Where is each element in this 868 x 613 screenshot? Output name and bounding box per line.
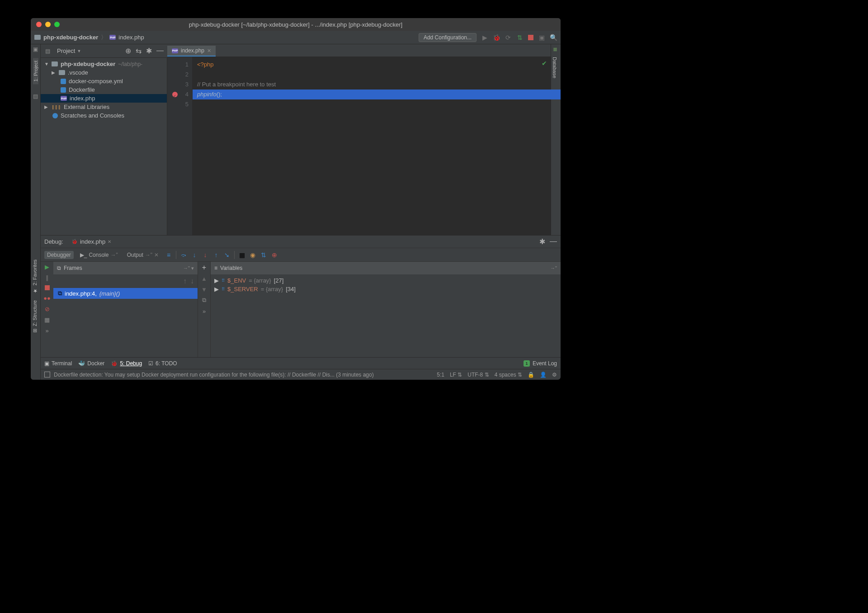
run-to-cursor-icon[interactable]: ➘ (223, 251, 231, 259)
tree-file-dockerfile[interactable]: Dockerfile (41, 85, 167, 94)
console-tab[interactable]: ▶_Console→" (77, 251, 121, 259)
profile-icon[interactable]: ⇅ (516, 34, 524, 41)
database-tool-tab[interactable]: Database (551, 54, 558, 81)
favorites-tab[interactable]: 2: Favorites (32, 259, 38, 285)
stop-icon[interactable] (45, 285, 50, 290)
force-step-into-icon[interactable]: ↓ (202, 251, 209, 259)
memory-icon[interactable]: ⚙ (552, 372, 557, 378)
inspection-ok-icon[interactable]: ✔ (542, 60, 547, 67)
debug-tab[interactable]: 🐞5: Debug (111, 360, 142, 367)
trace-icon[interactable]: ◉ (249, 251, 256, 259)
project-view-selector[interactable]: Project ▼ (54, 47, 84, 55)
debug-controls: ▶ ∥ ●● ⊘ ▦ » (41, 262, 53, 357)
mute-breakpoints-icon[interactable]: ⊘ (44, 306, 50, 312)
coverage-icon[interactable]: ⟳ (505, 34, 512, 41)
minimize-window-button[interactable] (45, 22, 51, 27)
show-execution-point-icon[interactable]: ≡ (165, 251, 172, 259)
project-tree[interactable]: ▼ php-xdebug-docker ~/lab/php- ▶ .vscode (41, 58, 167, 235)
terminal-tab[interactable]: ▣Terminal (44, 360, 72, 367)
close-icon[interactable]: ✕ (207, 48, 211, 54)
gear-icon[interactable]: ✱ (539, 237, 545, 246)
add-icon[interactable]: + (201, 264, 208, 271)
line-ending[interactable]: LF ⇅ (450, 372, 462, 378)
hide-panel-icon[interactable]: — (156, 47, 164, 55)
output-tab[interactable]: Output→"✕ (124, 251, 161, 259)
variables-list[interactable]: ▶ ⠿ $_ENV = {array} [27] ▶ ⠿ $_SERVER = (211, 274, 561, 295)
status-message[interactable]: Dockerfile detection: You may setup Dock… (54, 372, 374, 378)
more-icon[interactable]: » (201, 308, 208, 314)
indent[interactable]: 4 spaces ⇅ (495, 372, 522, 378)
debug-toolbar: Debugger ▶_Console→" Output→"✕ ≡ ⤼ ↓ ↓ ↑… (41, 248, 561, 262)
line-gutter[interactable]: 1 2 3 4 5 (167, 57, 193, 235)
variables-header: ≡ Variables →" (211, 262, 561, 274)
database-icon[interactable]: ≣ (553, 46, 559, 52)
frames-dropdown-icon[interactable]: →" ▾ (183, 265, 194, 271)
close-icon[interactable]: ✕ (108, 239, 111, 244)
prev-frame-icon[interactable]: ↑ (183, 277, 187, 285)
step-over-icon[interactable]: ⤼ (180, 251, 187, 259)
variable-row[interactable]: ▶ ⠿ $_SERVER = {array} [34] (214, 285, 557, 293)
next-frame-icon[interactable]: ↓ (190, 277, 194, 285)
run-anything-icon[interactable]: ▣ (538, 34, 545, 41)
evaluate-icon[interactable]: ▦ (238, 251, 245, 259)
layout-icon[interactable]: ▦ (44, 316, 50, 323)
run-icon[interactable]: ▶ (481, 34, 488, 41)
pause-icon[interactable]: ∥ (44, 274, 50, 281)
vars-dropdown-icon[interactable]: →" (550, 265, 557, 271)
project-view-icon[interactable]: ▤ (44, 48, 51, 54)
frames-list[interactable]: ⧉ index.php:4, {main}() (53, 288, 198, 357)
search-icon[interactable]: 🔍 (550, 34, 557, 41)
resume-icon[interactable]: ▶ (44, 264, 50, 270)
event-log-tab[interactable]: 1 Event Log (524, 360, 557, 367)
up-icon[interactable]: ▲ (201, 275, 208, 282)
variable-row[interactable]: ▶ ⠿ $_ENV = {array} [27] (214, 276, 557, 285)
inspector-icon[interactable]: 👤 (540, 372, 547, 378)
project-tool-tab[interactable]: 1: Project (33, 58, 38, 84)
tree-root[interactable]: ▼ php-xdebug-docker ~/lab/php- (41, 60, 167, 68)
down-icon[interactable]: ▼ (201, 286, 208, 292)
add-watch-icon[interactable]: ⊕ (271, 251, 278, 259)
statusbar: Dockerfile detection: You may setup Dock… (41, 369, 561, 380)
encoding[interactable]: UTF-8 ⇅ (467, 372, 489, 378)
expand-all-icon[interactable]: ⇆ (136, 47, 142, 55)
editor-tab-index[interactable]: PHP index.php ✕ (167, 46, 216, 57)
lock-icon[interactable]: 🔒 (528, 372, 534, 378)
cursor-position[interactable]: 5:1 (437, 372, 444, 378)
tree-file-compose[interactable]: docker-compose.yml (41, 77, 167, 85)
frame-row[interactable]: ⧉ index.php:4, {main}() (53, 288, 198, 299)
tool-windows-icon[interactable] (44, 372, 50, 377)
view-breakpoints-icon[interactable]: ●● (44, 295, 50, 301)
todo-tab[interactable]: ☑6: TODO (148, 360, 177, 367)
chevron-down-icon: ▼ (77, 49, 81, 53)
bookmarks-icon[interactable]: ▤ (33, 93, 39, 99)
close-window-button[interactable] (36, 22, 42, 27)
zoom-window-button[interactable] (54, 22, 60, 27)
titlebar: php-xdebug-docker [~/lab/php-xdebug-dock… (31, 18, 561, 31)
tree-file-index[interactable]: PHP index.php (41, 94, 167, 103)
step-out-icon[interactable]: ↑ (212, 251, 220, 259)
settings-icon[interactable]: ✱ (146, 47, 152, 55)
sort-icon[interactable]: ⇅ (260, 251, 267, 259)
breadcrumb[interactable]: php-xdebug-docker 〉 PHP index.php (34, 33, 144, 42)
debug-session-tab[interactable]: 🐞 index.php ✕ (69, 237, 114, 246)
locate-icon[interactable]: ⊕ (125, 47, 131, 55)
debug-icon[interactable]: 🐞 (493, 34, 500, 41)
hide-panel-icon[interactable]: — (550, 237, 557, 246)
structure-tab[interactable]: Z: Structure (32, 300, 38, 326)
debugger-tab[interactable]: Debugger (44, 251, 74, 259)
project-tool-icon[interactable]: ▣ (33, 46, 39, 52)
tree-scratches[interactable]: Scratches and Consoles (41, 111, 167, 120)
copy-icon[interactable]: ⧉ (201, 297, 208, 303)
add-configuration-button[interactable]: Add Configuration... (419, 33, 476, 42)
breakpoint-icon[interactable] (172, 92, 178, 97)
more-icon[interactable]: » (44, 327, 50, 334)
stop-icon[interactable] (528, 35, 533, 40)
tree-external-libraries[interactable]: ▶ ⫿⫿⫿ External Libraries (41, 103, 167, 111)
yaml-icon (61, 79, 66, 84)
docker-tab[interactable]: 🐳Docker (78, 360, 104, 367)
code-area[interactable]: 1 2 3 4 5 ✔ <?php // Put a breakpoint he… (167, 57, 551, 235)
step-into-icon[interactable]: ↓ (191, 251, 198, 259)
tree-folder-vscode[interactable]: ▶ .vscode (41, 68, 167, 77)
folder-icon (59, 70, 65, 75)
frames-header: ⧉ Frames →" ▾ (53, 262, 198, 274)
